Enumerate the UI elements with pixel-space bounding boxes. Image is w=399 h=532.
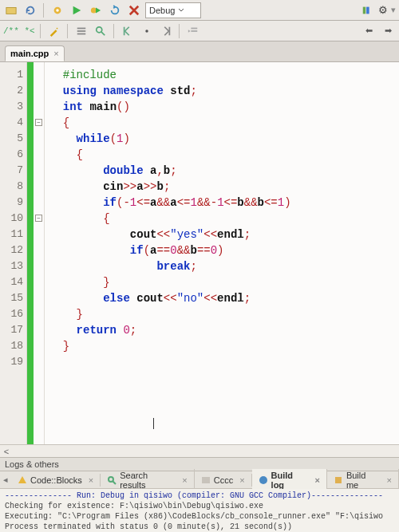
svg-rect-8 <box>77 30 85 32</box>
open-icon[interactable] <box>3 2 19 18</box>
fold-gutter[interactable]: −− <box>34 62 45 444</box>
svg-rect-4 <box>363 6 366 14</box>
step-back-icon[interactable] <box>120 23 136 39</box>
panel-tab-code-blocks[interactable]: Code::Blocks× <box>11 474 101 487</box>
close-icon[interactable]: × <box>315 475 320 485</box>
close-icon[interactable]: × <box>239 475 244 485</box>
file-tab-main[interactable]: main.cpp × <box>5 45 65 61</box>
file-tabs-bar: main.cpp × <box>0 41 399 62</box>
svg-point-10 <box>96 26 101 32</box>
gear-icon[interactable] <box>49 2 65 18</box>
svg-point-12 <box>145 30 148 33</box>
svg-rect-0 <box>6 7 16 14</box>
logs-panel-tabs: ◂ Code::Blocks×Search results×Cccc×Build… <box>0 471 399 489</box>
horizontal-scrollbar[interactable]: < <box>0 444 399 457</box>
indent-icon[interactable] <box>185 23 201 39</box>
chevron-down-icon <box>178 7 184 14</box>
build-log-output[interactable]: -------------- Run: Debug in qisiwo (com… <box>0 489 399 532</box>
fold-toggle[interactable]: − <box>35 119 42 126</box>
code-content[interactable]: #include using namespace std; int main()… <box>45 62 399 444</box>
ide-window: Debug ⚙ ▾ /** *< ⬅ ➡ main.cpp × 123 <box>0 0 399 532</box>
svg-rect-17 <box>202 477 210 483</box>
svg-rect-11 <box>123 26 124 35</box>
run-icon[interactable] <box>69 2 85 18</box>
nav-fwd-icon[interactable]: ➡ <box>380 23 396 39</box>
logo-icon <box>359 2 375 18</box>
brackets-label: /** *< <box>3 26 35 36</box>
svg-rect-15 <box>191 30 197 32</box>
nav-back-icon[interactable]: ⬅ <box>361 23 377 39</box>
svg-rect-13 <box>168 26 170 35</box>
file-tab-label: main.cpp <box>10 49 49 58</box>
build-run-icon[interactable] <box>88 2 104 18</box>
svg-point-2 <box>56 9 59 12</box>
rebuild-icon[interactable] <box>107 2 123 18</box>
close-icon[interactable]: × <box>89 475 93 485</box>
svg-rect-19 <box>335 477 342 483</box>
svg-rect-14 <box>191 27 197 29</box>
wand-icon[interactable] <box>46 23 62 39</box>
svg-point-18 <box>259 476 267 484</box>
build-target-dropdown[interactable]: Debug <box>145 2 201 18</box>
panel-tab-build-me[interactable]: Build me× <box>327 469 399 491</box>
refresh-icon[interactable] <box>22 2 38 18</box>
close-icon[interactable]: × <box>182 475 187 485</box>
svg-rect-9 <box>77 33 85 34</box>
panel-tab-search-results[interactable]: Search results× <box>101 469 195 491</box>
toolbar-secondary: /** *< ⬅ ➡ <box>0 21 399 41</box>
panel-tab-build-log[interactable]: Build log× <box>252 469 327 491</box>
svg-rect-5 <box>366 6 369 14</box>
svg-point-6 <box>56 27 57 29</box>
close-icon[interactable]: × <box>387 475 392 485</box>
search-icon[interactable] <box>93 23 109 39</box>
list-icon[interactable] <box>73 23 89 39</box>
toolbar-main: Debug ⚙ ▾ <box>0 0 399 21</box>
editor-area[interactable]: 12345678910111213141516171819 −− #includ… <box>0 62 399 444</box>
step-fwd-icon[interactable] <box>158 23 174 39</box>
panel-tab-cccc[interactable]: Cccc× <box>195 474 252 487</box>
svg-point-3 <box>91 7 97 13</box>
line-number-gutter: 12345678910111213141516171819 <box>0 62 27 444</box>
build-target-label: Debug <box>149 6 175 15</box>
change-marker-bar <box>27 62 34 444</box>
dot-icon[interactable] <box>139 23 155 39</box>
stop-icon[interactable] <box>126 2 142 18</box>
fold-toggle[interactable]: − <box>35 215 42 222</box>
svg-rect-7 <box>77 27 85 29</box>
close-icon[interactable]: × <box>53 49 58 58</box>
gear-small-icon[interactable]: ⚙ <box>378 4 388 16</box>
